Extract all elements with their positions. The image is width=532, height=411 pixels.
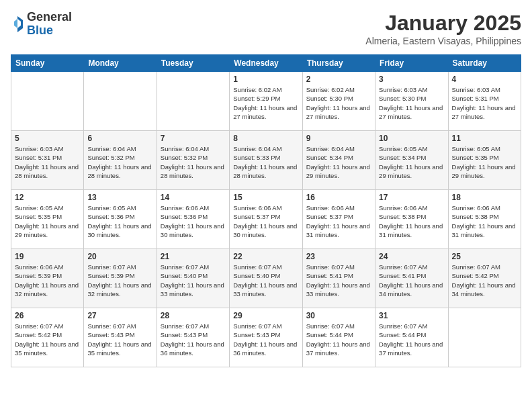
calendar-cell: 7Sunrise: 6:04 AMSunset: 5:32 PMDaylight… <box>157 131 229 190</box>
day-info: Sunrise: 6:07 AMSunset: 5:43 PMDaylight:… <box>87 322 152 357</box>
day-info: Sunrise: 6:06 AMSunset: 5:36 PMDaylight:… <box>161 203 226 239</box>
weekday-header-saturday: Saturday <box>448 55 521 72</box>
day-number: 13 <box>87 193 152 202</box>
day-number: 30 <box>306 311 371 320</box>
day-number: 5 <box>15 134 80 143</box>
day-info: Sunrise: 6:04 AMSunset: 5:32 PMDaylight:… <box>161 144 226 180</box>
day-info: Sunrise: 6:03 AMSunset: 5:31 PMDaylight:… <box>452 85 517 121</box>
weekday-header-monday: Monday <box>84 55 157 72</box>
calendar-cell <box>157 72 229 131</box>
day-info: Sunrise: 6:06 AMSunset: 5:37 PMDaylight:… <box>233 203 298 239</box>
calendar-cell <box>84 72 157 131</box>
day-number: 14 <box>161 193 226 202</box>
calendar-cell: 16Sunrise: 6:06 AMSunset: 5:37 PMDayligh… <box>302 190 375 249</box>
day-info: Sunrise: 6:03 AMSunset: 5:30 PMDaylight:… <box>379 85 444 121</box>
weekday-header-tuesday: Tuesday <box>157 55 229 72</box>
day-info: Sunrise: 6:06 AMSunset: 5:39 PMDaylight:… <box>15 263 80 298</box>
logo-icon <box>11 15 24 34</box>
logo-blue-text: Blue <box>27 24 53 37</box>
day-info: Sunrise: 6:04 AMSunset: 5:32 PMDaylight:… <box>87 144 152 180</box>
calendar-cell: 11Sunrise: 6:05 AMSunset: 5:35 PMDayligh… <box>448 131 521 190</box>
day-info: Sunrise: 6:07 AMSunset: 5:44 PMDaylight:… <box>306 322 371 357</box>
weekday-header-friday: Friday <box>375 55 448 72</box>
page-header: General Blue January 2025 Almeria, Easte… <box>11 11 521 46</box>
day-number: 22 <box>233 252 298 261</box>
calendar-week-2: 5Sunrise: 6:03 AMSunset: 5:31 PMDaylight… <box>11 131 521 190</box>
day-number: 20 <box>87 252 152 261</box>
day-number: 27 <box>87 311 152 320</box>
calendar-cell: 24Sunrise: 6:07 AMSunset: 5:41 PMDayligh… <box>375 249 448 308</box>
calendar-cell: 29Sunrise: 6:07 AMSunset: 5:43 PMDayligh… <box>230 308 302 367</box>
calendar-cell <box>11 72 84 131</box>
weekday-header-wednesday: Wednesday <box>230 55 302 72</box>
day-info: Sunrise: 6:02 AMSunset: 5:30 PMDaylight:… <box>306 85 371 121</box>
calendar-table: SundayMondayTuesdayWednesdayThursdayFrid… <box>11 54 521 367</box>
calendar-cell: 19Sunrise: 6:06 AMSunset: 5:39 PMDayligh… <box>11 249 84 308</box>
day-info: Sunrise: 6:05 AMSunset: 5:35 PMDaylight:… <box>452 144 517 180</box>
calendar-cell: 2Sunrise: 6:02 AMSunset: 5:30 PMDaylight… <box>302 72 375 131</box>
day-number: 19 <box>15 252 80 261</box>
calendar-cell: 21Sunrise: 6:07 AMSunset: 5:40 PMDayligh… <box>157 249 229 308</box>
month-title: January 2025 <box>365 11 521 36</box>
calendar-cell: 27Sunrise: 6:07 AMSunset: 5:43 PMDayligh… <box>84 308 157 367</box>
calendar-cell: 31Sunrise: 6:07 AMSunset: 5:44 PMDayligh… <box>375 308 448 367</box>
day-number: 3 <box>379 75 444 84</box>
day-info: Sunrise: 6:04 AMSunset: 5:34 PMDaylight:… <box>306 144 371 180</box>
logo: General Blue <box>11 11 72 38</box>
day-number: 2 <box>306 75 371 84</box>
day-number: 26 <box>15 311 80 320</box>
calendar-cell: 28Sunrise: 6:07 AMSunset: 5:43 PMDayligh… <box>157 308 229 367</box>
day-info: Sunrise: 6:07 AMSunset: 5:41 PMDaylight:… <box>379 263 444 298</box>
weekday-header-thursday: Thursday <box>302 55 375 72</box>
day-number: 9 <box>306 134 371 143</box>
day-info: Sunrise: 6:07 AMSunset: 5:41 PMDaylight:… <box>306 263 371 298</box>
day-number: 18 <box>452 193 517 202</box>
day-number: 10 <box>379 134 444 143</box>
day-info: Sunrise: 6:07 AMSunset: 5:40 PMDaylight:… <box>233 263 298 298</box>
day-number: 21 <box>161 252 226 261</box>
day-number: 4 <box>452 75 517 84</box>
calendar-cell: 17Sunrise: 6:06 AMSunset: 5:38 PMDayligh… <box>375 190 448 249</box>
calendar-week-4: 19Sunrise: 6:06 AMSunset: 5:39 PMDayligh… <box>11 249 521 308</box>
calendar-cell: 8Sunrise: 6:04 AMSunset: 5:33 PMDaylight… <box>230 131 302 190</box>
location-title: Almeria, Eastern Visayas, Philippines <box>365 36 521 46</box>
day-number: 23 <box>306 252 371 261</box>
day-number: 29 <box>233 311 298 320</box>
calendar-cell: 4Sunrise: 6:03 AMSunset: 5:31 PMDaylight… <box>448 72 521 131</box>
day-info: Sunrise: 6:07 AMSunset: 5:43 PMDaylight:… <box>233 322 298 357</box>
day-info: Sunrise: 6:05 AMSunset: 5:36 PMDaylight:… <box>87 203 152 239</box>
day-info: Sunrise: 6:05 AMSunset: 5:34 PMDaylight:… <box>379 144 444 180</box>
calendar-cell: 18Sunrise: 6:06 AMSunset: 5:38 PMDayligh… <box>448 190 521 249</box>
calendar-cell: 12Sunrise: 6:05 AMSunset: 5:35 PMDayligh… <box>11 190 84 249</box>
day-number: 1 <box>233 75 298 84</box>
calendar-week-3: 12Sunrise: 6:05 AMSunset: 5:35 PMDayligh… <box>11 190 521 249</box>
day-info: Sunrise: 6:07 AMSunset: 5:40 PMDaylight:… <box>161 263 226 298</box>
calendar-cell: 10Sunrise: 6:05 AMSunset: 5:34 PMDayligh… <box>375 131 448 190</box>
day-info: Sunrise: 6:07 AMSunset: 5:42 PMDaylight:… <box>452 263 517 298</box>
day-number: 7 <box>161 134 226 143</box>
day-info: Sunrise: 6:03 AMSunset: 5:31 PMDaylight:… <box>15 144 80 180</box>
day-number: 25 <box>452 252 517 261</box>
calendar-cell: 15Sunrise: 6:06 AMSunset: 5:37 PMDayligh… <box>230 190 302 249</box>
day-number: 6 <box>87 134 152 143</box>
calendar-cell: 9Sunrise: 6:04 AMSunset: 5:34 PMDaylight… <box>302 131 375 190</box>
calendar-cell: 1Sunrise: 6:02 AMSunset: 5:29 PMDaylight… <box>230 72 302 131</box>
day-number: 24 <box>379 252 444 261</box>
logo-general-text: General <box>27 10 72 24</box>
day-info: Sunrise: 6:07 AMSunset: 5:42 PMDaylight:… <box>15 322 80 357</box>
day-info: Sunrise: 6:02 AMSunset: 5:29 PMDaylight:… <box>233 85 298 121</box>
day-number: 15 <box>233 193 298 202</box>
day-info: Sunrise: 6:05 AMSunset: 5:35 PMDaylight:… <box>15 203 80 239</box>
day-info: Sunrise: 6:07 AMSunset: 5:43 PMDaylight:… <box>161 322 226 357</box>
day-number: 17 <box>379 193 444 202</box>
day-number: 31 <box>379 311 444 320</box>
day-info: Sunrise: 6:04 AMSunset: 5:33 PMDaylight:… <box>233 144 298 180</box>
day-info: Sunrise: 6:07 AMSunset: 5:39 PMDaylight:… <box>87 263 152 298</box>
calendar-cell: 22Sunrise: 6:07 AMSunset: 5:40 PMDayligh… <box>230 249 302 308</box>
calendar-cell: 20Sunrise: 6:07 AMSunset: 5:39 PMDayligh… <box>84 249 157 308</box>
calendar-cell: 23Sunrise: 6:07 AMSunset: 5:41 PMDayligh… <box>302 249 375 308</box>
calendar-cell: 3Sunrise: 6:03 AMSunset: 5:30 PMDaylight… <box>375 72 448 131</box>
day-info: Sunrise: 6:06 AMSunset: 5:37 PMDaylight:… <box>306 203 371 239</box>
day-number: 28 <box>161 311 226 320</box>
calendar-cell: 26Sunrise: 6:07 AMSunset: 5:42 PMDayligh… <box>11 308 84 367</box>
